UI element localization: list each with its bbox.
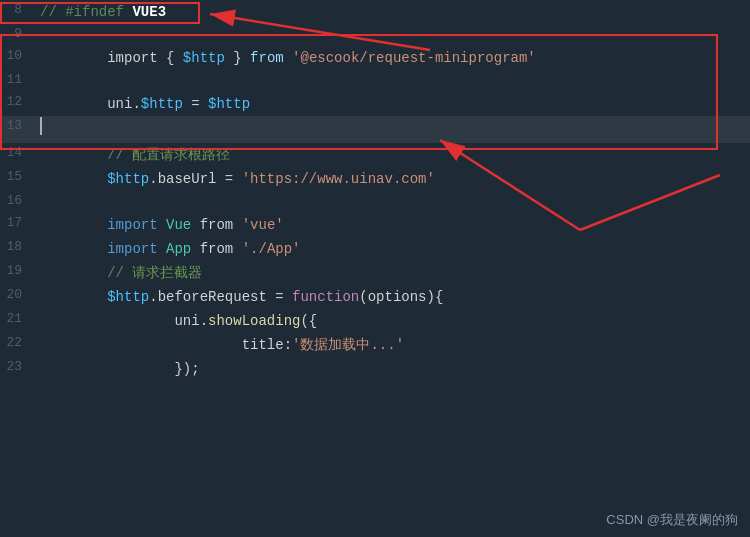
code-line-12: 12 uni.$http = $http — [0, 92, 750, 116]
code-container: 8// #ifndef VUE3910 import { $http } fro… — [0, 0, 750, 537]
code-line-20: 20 $http.beforeRequest = function(option… — [0, 285, 750, 309]
code-line-18: 18 import App from './App' — [0, 237, 750, 261]
line-number-23: 23 — [0, 358, 30, 374]
code-line-13: 13 — [0, 116, 750, 143]
line-content-8: // #ifndef VUE3 — [30, 1, 750, 23]
line-number-18: 18 — [0, 238, 30, 254]
line-number-22: 22 — [0, 334, 30, 350]
line-number-14: 14 — [0, 144, 30, 160]
watermark: CSDN @我是夜阑的狗 — [606, 511, 738, 529]
line-number-12: 12 — [0, 93, 30, 109]
code-line-9: 9 — [0, 24, 750, 46]
code-line-14: 14 // 配置请求根路径 — [0, 143, 750, 167]
line-content-18: import App from './App' — [30, 238, 750, 260]
line-content-17: import Vue from 'vue' — [30, 214, 750, 236]
line-content-23: }); — [30, 358, 750, 380]
line-content-20: $http.beforeRequest = function(options){ — [30, 286, 750, 308]
line-number-15: 15 — [0, 168, 30, 184]
code-line-22: 22 title:'数据加载中...' — [0, 333, 750, 357]
code-line-19: 19 // 请求拦截器 — [0, 261, 750, 285]
line-number-17: 17 — [0, 214, 30, 230]
line-number-13: 13 — [0, 117, 30, 133]
line-content-12: uni.$http = $http — [30, 93, 750, 115]
line-content-10: import { $http } from '@escook/request-m… — [30, 47, 750, 69]
line-content-15: $http.baseUrl = 'https://www.uinav.com' — [30, 168, 750, 190]
code-line-10: 10 import { $http } from '@escook/reques… — [0, 46, 750, 70]
code-line-23: 23 }); — [0, 357, 750, 381]
line-number-9: 9 — [0, 25, 30, 41]
line-number-8: 8 — [0, 1, 30, 17]
line-number-19: 19 — [0, 262, 30, 278]
line-number-16: 16 — [0, 192, 30, 208]
code-line-11: 11 — [0, 70, 750, 92]
code-line-17: 17 import Vue from 'vue' — [0, 213, 750, 237]
code-line-21: 21 uni.showLoading({ — [0, 309, 750, 333]
line-number-20: 20 — [0, 286, 30, 302]
code-line-16: 16 — [0, 191, 750, 213]
line-number-11: 11 — [0, 71, 30, 87]
lines-container: 8// #ifndef VUE3910 import { $http } fro… — [0, 0, 750, 381]
cursor — [40, 117, 42, 135]
line-content-21: uni.showLoading({ — [30, 310, 750, 332]
code-line-8: 8// #ifndef VUE3 — [0, 0, 750, 24]
line-number-10: 10 — [0, 47, 30, 63]
line-content-14: // 配置请求根路径 — [30, 144, 750, 166]
code-line-15: 15 $http.baseUrl = 'https://www.uinav.co… — [0, 167, 750, 191]
line-content-22: title:'数据加载中...' — [30, 334, 750, 356]
line-content-19: // 请求拦截器 — [30, 262, 750, 284]
line-content-13 — [30, 117, 750, 142]
line-number-21: 21 — [0, 310, 30, 326]
